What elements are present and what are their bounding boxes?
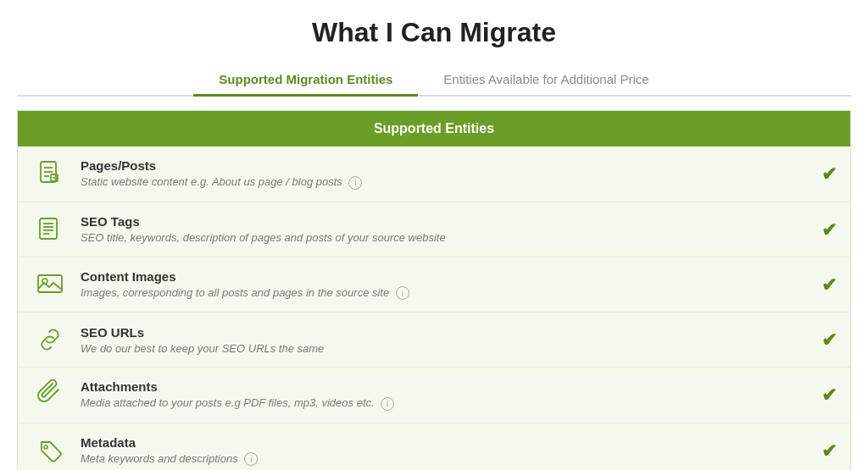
pages-posts-info-icon[interactable]: i: [348, 176, 362, 190]
tabs-container: Supported Migration Entities Entities Av…: [17, 64, 851, 97]
seo-tags-desc: SEO title, keywords, description of page…: [81, 231, 810, 244]
content-images-name: Content Images: [81, 269, 810, 284]
seo-urls-icon: [31, 324, 69, 355]
attachments-check: ✔: [810, 383, 837, 406]
metadata-info: Metadata Meta keywords and descriptions …: [81, 435, 810, 467]
content-images-icon: [31, 269, 69, 300]
link-icon: [35, 324, 65, 355]
entity-row-content-images: Content Images Images, corresponding to …: [18, 257, 850, 313]
pages-posts-icon: [31, 158, 69, 189]
entities-table: Supported Entities Pages/Posts Static we…: [17, 110, 851, 470]
entity-row-metadata: Metadata Meta keywords and descriptions …: [18, 423, 850, 470]
attachments-name: Attachments: [81, 379, 810, 394]
seo-urls-desc: We do our best to keep your SEO URLs the…: [81, 342, 810, 355]
entity-row-seo-urls: SEO URLs We do our best to keep your SEO…: [18, 312, 850, 368]
attachments-desc: Media attached to your posts e.g PDF fil…: [81, 396, 810, 411]
entity-row-pages-posts: Pages/Posts Static website content e.g. …: [18, 147, 850, 202]
content-images-info: Content Images Images, corresponding to …: [81, 269, 810, 301]
tag-lines-icon: [35, 214, 65, 245]
table-header: Supported Entities: [18, 111, 850, 147]
content-images-desc: Images, corresponding to all posts and p…: [81, 286, 810, 301]
svg-rect-6: [40, 218, 57, 239]
metadata-desc: Meta keywords and descriptions i: [81, 452, 810, 467]
content-images-info-icon[interactable]: i: [396, 286, 409, 300]
image-icon: [35, 269, 65, 300]
entity-row-attachments: Attachments Media attached to your posts…: [18, 368, 850, 423]
seo-tags-info: SEO Tags SEO title, keywords, descriptio…: [81, 214, 810, 244]
svg-point-13: [44, 445, 47, 449]
pages-posts-name: Pages/Posts: [81, 158, 810, 173]
attachments-icon: [31, 379, 69, 410]
tab-additional[interactable]: Entities Available for Additional Price: [418, 64, 674, 95]
page-container: What I Can Migrate Supported Migration E…: [0, 0, 868, 470]
content-images-check: ✔: [810, 273, 837, 296]
attachments-info: Attachments Media attached to your posts…: [81, 379, 810, 411]
seo-tags-icon: [31, 214, 69, 245]
price-tag-icon: [35, 435, 65, 466]
svg-rect-11: [38, 275, 62, 292]
main-title: What I Can Migrate: [17, 17, 851, 48]
paperclip-icon: [35, 379, 65, 410]
seo-urls-check: ✔: [810, 328, 837, 351]
metadata-info-icon[interactable]: i: [244, 452, 258, 466]
metadata-check: ✔: [810, 439, 837, 462]
tab-supported[interactable]: Supported Migration Entities: [193, 64, 418, 95]
seo-urls-name: SEO URLs: [81, 325, 810, 340]
entity-row-seo-tags: SEO Tags SEO title, keywords, descriptio…: [18, 202, 850, 257]
seo-tags-check: ✔: [810, 218, 837, 241]
metadata-name: Metadata: [81, 435, 810, 450]
pages-posts-check: ✔: [810, 162, 837, 185]
pages-posts-desc: Static website content e.g. About us pag…: [81, 175, 810, 190]
seo-urls-info: SEO URLs We do our best to keep your SEO…: [81, 325, 810, 355]
document-icon: [35, 158, 65, 189]
pages-posts-info: Pages/Posts Static website content e.g. …: [81, 158, 810, 190]
seo-tags-name: SEO Tags: [81, 214, 810, 229]
attachments-info-icon[interactable]: i: [381, 397, 394, 411]
metadata-icon: [31, 435, 69, 466]
